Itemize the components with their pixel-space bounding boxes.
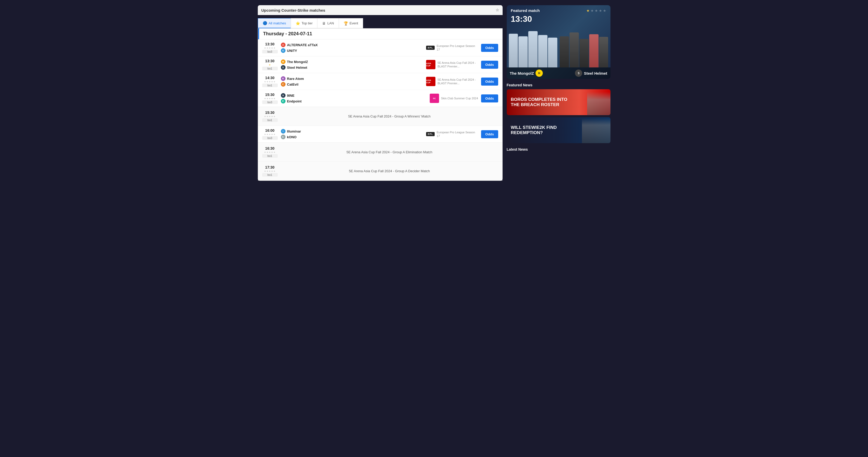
player-silhouette [509, 34, 518, 67]
teams-col: I Illuminar K kONO [281, 128, 423, 140]
match-stars: ★★★★★ [262, 133, 278, 135]
news-card-person [548, 89, 611, 115]
player-silhouette-dark [569, 32, 579, 67]
featured-team1-label: The MongolZ [510, 71, 534, 75]
match-time: 13:30 [262, 42, 278, 46]
team2-name: U UNiTY [281, 48, 423, 54]
team2-label: Steel Helmet [287, 66, 307, 69]
tournament-info: ASIA CUP 5E Arena Asia Cup Fall 2024 - B… [426, 60, 478, 69]
tournament-col: EPL European Pro League Season 17 [426, 130, 478, 138]
team2-label: kONO [287, 135, 297, 139]
matches-wrapper: Thursday - 2024-07-11 13:30 ★★★★★ bo3 A … [258, 28, 503, 181]
table-row[interactable]: 17:30 ★★★★★ bo1 5E Arena Asia Cup Fall 2… [258, 161, 502, 181]
team1-name: R Rare Atom [281, 76, 423, 82]
match-time: 16:00 [262, 128, 278, 132]
match-time: 17:30 [262, 165, 278, 170]
tab-top-label: Top tier [302, 21, 313, 25]
cs-icon: 🔵 [263, 21, 267, 25]
tab-event[interactable]: 🏆 Event [339, 18, 363, 28]
match-stars: ★★★★★ [262, 151, 278, 154]
match-stars: ★★★★★ [262, 115, 278, 118]
group-match-title: 5E Arena Asia Cup Fall 2024 - Group A De… [281, 169, 498, 173]
odds-button[interactable]: Odds [481, 78, 498, 86]
featured-team2: Steel Helmet [584, 71, 607, 75]
team2-name: E Endpoint [281, 98, 427, 104]
tournament-name: 5E Arena Asia Cup Fall 2024 - BLAST Prem… [437, 61, 478, 68]
table-row[interactable]: 13:30 ★ bo1 M The MongolZ S Steel Helmet [258, 56, 502, 73]
team2-label: CatEvil [287, 83, 299, 86]
team2-label: UNiTY [287, 49, 297, 53]
teams-col: M The MongolZ S Steel Helmet [281, 59, 423, 70]
match-time-col: 16:00 ★★★★★ bo3 [262, 128, 278, 140]
tournament-logo-sc: SC [430, 94, 439, 103]
tournament-logo-asia: ASIA CUP [426, 60, 435, 69]
person-silhouette [587, 89, 611, 115]
teams-col: 9 9INE E Endpoint [281, 93, 427, 104]
tournament-col: ASIA CUP 5E Arena Asia Cup Fall 2024 - B… [426, 60, 478, 69]
team1-logo: M [281, 59, 285, 64]
tab-lan-label: LAN [327, 21, 334, 25]
odds-button[interactable]: Odds [481, 130, 498, 138]
featured-time: 13:30 [507, 14, 611, 26]
match-time: 16:30 [262, 146, 278, 150]
tab-all-matches[interactable]: 🔵 All matches [258, 18, 291, 28]
match-format: bo1 [262, 154, 278, 158]
tab-lan[interactable]: 🖥 LAN [317, 18, 338, 28]
featured-team2-label: Steel Helmet [584, 71, 607, 75]
tab-all-label: All matches [269, 21, 286, 25]
featured-team1-logo: M [535, 69, 543, 77]
tab-event-label: Event [349, 21, 358, 25]
table-row[interactable]: 16:00 ★★★★★ bo3 I Illuminar K kONO [258, 126, 502, 143]
news-card-stewie[interactable]: WILL STEWIE2K FIND REDEMPTION? [507, 117, 611, 143]
right-panel: Featured match ★ ★ ★ ★ ★ 13:30 [507, 5, 611, 181]
team1-name: M The MongolZ [281, 59, 423, 65]
team2-logo: U [281, 48, 285, 53]
team2-name: S Steel Helmet [281, 65, 423, 70]
table-row[interactable]: 15:30 ★★★★★ bo3 9 9INE E Endpoint [258, 90, 502, 107]
left-panel: Upcoming Counter-Strike matches ☆ 🔵 All … [258, 5, 503, 181]
team2-name: C CatEvil [281, 82, 423, 87]
team1-label: The MongolZ [287, 60, 308, 64]
odds-button[interactable]: Odds [481, 44, 498, 52]
table-row[interactable]: 14:30 ★★★★★ bo1 R Rare Atom C CatEvil [258, 73, 502, 90]
star-4: ★ [599, 8, 602, 13]
odds-button[interactable]: Odds [481, 94, 498, 102]
match-stars: ★★★★★ [262, 81, 278, 83]
monitor-icon: 🖥 [322, 21, 326, 25]
match-time-col: 17:30 ★★★★★ bo1 [262, 165, 278, 177]
player-silhouette [528, 31, 537, 67]
match-time-col: 13:30 ★ bo1 [262, 59, 278, 70]
tournament-col: EPL European Pro League Season 17 [426, 44, 478, 52]
table-row[interactable]: 16:30 ★★★★★ bo1 5E Arena Asia Cup Fall 2… [258, 143, 502, 161]
trophy-icon: 🏆 [344, 21, 348, 25]
team2-logo: C [281, 82, 285, 87]
table-row[interactable]: 13:30 ★★★★★ bo3 A ALTERNATE aTTaX U UNiT… [258, 39, 502, 56]
tournament-info: EPL European Pro League Season 17 [426, 130, 478, 138]
tab-top-tier[interactable]: ⭐ Top tier [291, 18, 317, 28]
tournament-name: Skin.Club Summer Cup 2024 [441, 96, 478, 100]
match-format: bo1 [262, 67, 278, 70]
section-title-bar: Upcoming Counter-Strike matches ☆ [258, 5, 503, 15]
player-silhouette-dark [560, 36, 569, 67]
favorite-star-icon[interactable]: ☆ [496, 8, 499, 12]
match-time: 14:30 [262, 76, 278, 80]
team2-logo: S [281, 65, 285, 70]
match-format: bo1 [262, 173, 278, 177]
match-format: bo3 [262, 136, 278, 140]
featured-team1: The MongolZ M [510, 69, 543, 77]
star-filter-icon: ⭐ [296, 21, 300, 25]
tournament-info: ASIA CUP 5E Arena Asia Cup Fall 2024 - B… [426, 77, 478, 86]
match-time-col: 14:30 ★★★★★ bo1 [262, 76, 278, 87]
tournament-name: European Pro League Season 17 [437, 130, 478, 138]
player-silhouette [548, 38, 557, 67]
table-row[interactable]: 15:30 ★★★★★ bo1 5E Arena Asia Cup Fall 2… [258, 107, 502, 126]
group-match-title: 5E Arena Asia Cup Fall 2024 - Group A Wi… [281, 114, 498, 118]
match-time-col: 16:30 ★★★★★ bo1 [262, 146, 278, 158]
news-card-boros[interactable]: BOROS COMPLETES INTO THE BREACH ROSTER [507, 89, 611, 115]
match-time: 13:30 [262, 59, 278, 63]
featured-match-card[interactable]: Featured match ★ ★ ★ ★ ★ 13:30 [507, 5, 611, 79]
match-time-col: 15:30 ★★★★★ bo3 [262, 93, 278, 104]
odds-button[interactable]: Odds [481, 61, 498, 69]
team1-name: A ALTERNATE aTTaX [281, 42, 423, 48]
match-format: bo3 [262, 100, 278, 104]
